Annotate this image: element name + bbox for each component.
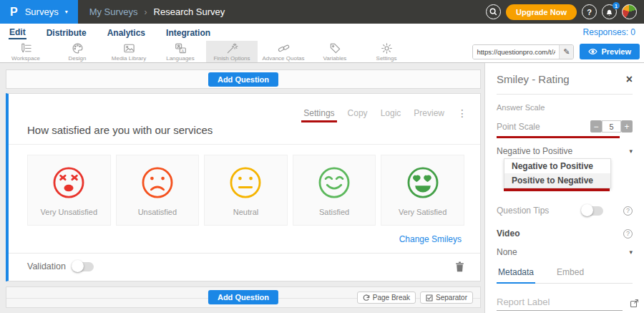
chain-link-icon [278, 42, 290, 54]
tab-logic[interactable]: Logic [381, 108, 401, 118]
notifications-button[interactable]: 1 [602, 4, 617, 19]
direction-selected-value: Negative to Positive [497, 146, 572, 156]
validation-label: Validation [27, 261, 66, 271]
magic-wand-icon [226, 42, 238, 54]
tab-settings[interactable]: Settings [303, 108, 334, 118]
point-scale-row: Point Scale − 5 + [497, 120, 633, 133]
editor-main: Add Question Settings Copy Logic Preview… [0, 63, 484, 313]
point-scale-value[interactable]: 5 [602, 120, 621, 133]
smiley-option-very-satisfied: Very Satisfied [381, 155, 464, 226]
smiley-scale: Very Unsatisfied Unsatisfied Neutral [9, 145, 480, 226]
nav-tab-analytics[interactable]: Analytics [107, 27, 146, 39]
question-tips-label: Question Tips [497, 206, 549, 216]
responses-count[interactable]: Responses: 0 [583, 27, 635, 37]
point-scale-label: Point Scale [497, 122, 540, 132]
question-mark-icon: ? [626, 207, 630, 214]
separator-button[interactable]: Separator [420, 292, 473, 304]
annotation-underline-option [504, 188, 610, 191]
question-mark-icon: ? [626, 230, 630, 237]
close-icon[interactable]: × [626, 74, 633, 85]
very-satisfied-face-icon [404, 164, 441, 201]
page-break-icon [363, 294, 370, 302]
decrease-button[interactable]: − [590, 120, 602, 133]
nav-tab-edit[interactable]: Edit [9, 26, 26, 39]
app-menu-label: Surveys [25, 6, 59, 17]
direction-dropdown-menu: Negative to Positive Positive to Negativ… [504, 158, 611, 188]
pencil-icon: ✎ [563, 47, 570, 57]
change-smileys-link[interactable]: Change Smileys [399, 234, 462, 244]
panel-header: Smiley - Rating × [497, 73, 633, 85]
answer-scale-label: Answer Scale [497, 103, 633, 112]
panel-divider [497, 94, 633, 95]
survey-url-box: ✎ [472, 44, 574, 59]
bell-icon [605, 8, 613, 16]
smiley-option-neutral: Neutral [204, 155, 288, 226]
panel-tabs: Metadata Embed [497, 264, 633, 284]
increase-button[interactable]: + [621, 120, 633, 133]
tool-settings[interactable]: Settings [361, 41, 412, 62]
question-mark-icon: ? [587, 8, 592, 16]
direction-select[interactable]: Negative to Positive ▾ [497, 146, 633, 156]
external-link-icon [630, 299, 639, 308]
tool-media-library[interactable]: Media Library [103, 41, 155, 62]
breadcrumb-my-surveys[interactable]: My Surveys [89, 6, 138, 17]
tab-copy[interactable]: Copy [348, 108, 368, 118]
report-label-row [497, 295, 633, 311]
point-scale-stepper: − 5 + [590, 120, 633, 133]
edit-url-button[interactable]: ✎ [559, 45, 573, 59]
survey-url-input[interactable] [473, 45, 559, 59]
smiley-option-satisfied: Satisfied [293, 155, 376, 226]
editor-toolbar: Workspace Design Media Library A Languag… [0, 41, 644, 63]
tool-variables[interactable]: Variables [309, 41, 361, 62]
add-question-button-top[interactable]: Add Question [208, 72, 278, 87]
menu-item-negative-to-positive[interactable]: Negative to Positive [504, 159, 610, 173]
help-button[interactable]: ? [582, 4, 597, 19]
satisfied-face-icon [316, 164, 353, 201]
image-icon [123, 42, 135, 54]
user-avatar[interactable] [622, 4, 637, 19]
topbar-actions: Upgrade Now ? 1 [486, 4, 644, 20]
workspace-icon [20, 42, 32, 54]
preview-button[interactable]: Preview [580, 44, 640, 59]
tab-metadata[interactable]: Metadata [497, 264, 535, 284]
tool-finish-options[interactable]: Finish Options [206, 41, 258, 62]
search-button[interactable] [486, 4, 501, 19]
validation-toggle[interactable] [72, 262, 94, 271]
tab-embed[interactable]: Embed [555, 264, 585, 283]
video-row: Video ? [497, 228, 633, 239]
delete-question-button[interactable] [455, 261, 464, 272]
menu-item-positive-to-negative[interactable]: Positive to Negative [504, 173, 610, 188]
expand-editor-button[interactable] [630, 299, 639, 308]
chevron-down-icon: ▾ [629, 148, 633, 155]
upgrade-now-button[interactable]: Upgrade Now [506, 4, 577, 20]
notification-badge: 1 [613, 2, 620, 9]
tool-advance-quotas[interactable]: Advance Quotas [258, 41, 309, 62]
more-options-icon[interactable]: ⋮ [457, 108, 467, 118]
gear-icon [381, 42, 393, 54]
question-tips-row: Question Tips ? [497, 206, 633, 216]
breadcrumb-separator: › [145, 7, 147, 17]
video-select[interactable]: None ▾ [497, 247, 633, 257]
tool-languages[interactable]: A Languages [155, 41, 206, 62]
question-tips-help-button[interactable]: ? [623, 206, 633, 216]
annotation-underline-point-scale [497, 136, 620, 138]
validation-row: Validation [9, 253, 480, 279]
smiley-option-very-unsatisfied: Very Unsatisfied [27, 155, 111, 226]
top-bar: P Surveys ▾ My Surveys › Research Survey… [0, 0, 644, 24]
nav-tab-distribute[interactable]: Distribute [46, 27, 87, 39]
video-help-button[interactable]: ? [623, 229, 633, 239]
video-selected-value: None [497, 247, 517, 257]
page-break-button[interactable]: Page Break [357, 292, 416, 304]
tool-workspace[interactable]: Workspace [0, 41, 52, 62]
nav-tab-integration[interactable]: Integration [165, 27, 211, 39]
report-label-input[interactable] [497, 295, 623, 311]
question-card-tabs: Settings Copy Logic Preview ⋮ [303, 108, 467, 118]
question-tips-toggle[interactable] [582, 206, 603, 216]
tab-preview[interactable]: Preview [414, 108, 444, 118]
trash-icon [455, 261, 464, 272]
tool-design[interactable]: Design [52, 41, 103, 62]
add-question-strip-top: Add Question [6, 69, 481, 89]
add-question-button-bottom[interactable]: Add Question [208, 290, 278, 304]
eye-icon [588, 48, 597, 55]
app-menu-surveys[interactable]: P Surveys ▾ [0, 0, 78, 24]
